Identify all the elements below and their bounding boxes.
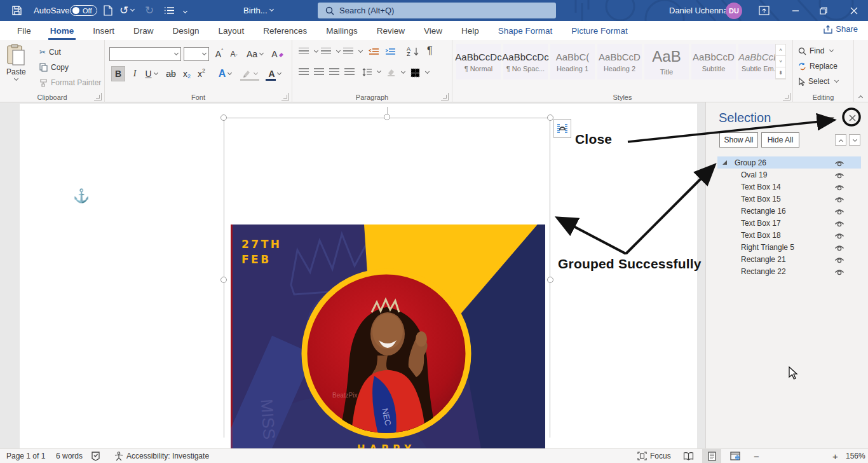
quick-access-more-chevron[interactable] [181, 0, 187, 21]
zoom-out-button[interactable]: − [754, 449, 759, 463]
cut-button[interactable]: ✂Cut [39, 48, 61, 57]
selection-item-text-box-18[interactable]: Text Box 18 [717, 229, 861, 241]
accessibility-status[interactable]: Accessibility: Investigate [114, 449, 209, 463]
tab-review[interactable]: Review [367, 21, 414, 40]
save-icon[interactable] [11, 0, 22, 21]
web-layout-button[interactable] [726, 449, 745, 463]
clipboard-dialog-launcher[interactable] [94, 93, 102, 100]
undo-button[interactable]: ↺ [119, 0, 134, 21]
proofing-icon[interactable] [91, 449, 100, 463]
font-color-button[interactable]: A [264, 66, 285, 81]
selection-handle-mid-right[interactable] [547, 277, 553, 283]
justify-button[interactable] [344, 68, 355, 76]
select-button[interactable]: Select [798, 77, 838, 86]
selection-item-rectangle-22[interactable]: Rectangle 22 [717, 265, 861, 277]
superscript-button[interactable]: x2 [194, 66, 208, 81]
style-normal[interactable]: AaBbCcDc¶ Normal [456, 44, 501, 79]
style-heading-1[interactable]: AaBbC(Heading 1 [550, 44, 595, 79]
visibility-eye-icon[interactable] [834, 171, 844, 181]
minimize-button[interactable] [782, 0, 810, 21]
pane-dropdown-icon[interactable] [828, 117, 834, 121]
pane-close-button[interactable] [846, 112, 858, 123]
shrink-font-button[interactable]: Aˇ [227, 46, 241, 62]
tab-picture-format[interactable]: Picture Format [562, 21, 637, 40]
send-backward-button[interactable] [849, 134, 860, 146]
tab-home[interactable]: Home [41, 21, 84, 40]
subscript-button[interactable]: x2 [180, 66, 194, 81]
layout-options-button[interactable] [553, 119, 571, 138]
shading-button[interactable] [386, 68, 405, 77]
page-indicator[interactable]: Page 1 of 1 [6, 449, 45, 463]
bullets-button[interactable] [299, 48, 318, 55]
tab-file[interactable]: File [8, 21, 41, 40]
paragraph-dialog-launcher[interactable] [441, 93, 449, 100]
selection-item-text-box-15[interactable]: Text Box 15 [717, 193, 861, 205]
selection-item-text-box-14[interactable]: Text Box 14 [717, 181, 861, 193]
style-subtitle[interactable]: AaBbCcDSubtitle [691, 44, 736, 79]
multilevel-list-button[interactable] [343, 48, 362, 55]
gallery-down-icon[interactable]: ˅ [776, 56, 785, 67]
share-button[interactable]: Share [824, 24, 858, 34]
selection-item-group-26[interactable]: Group 26 [717, 156, 861, 169]
align-right-button[interactable] [329, 68, 339, 76]
tab-help[interactable]: Help [452, 21, 489, 40]
change-case-button[interactable]: Aa [244, 46, 266, 62]
font-dialog-launcher[interactable] [281, 93, 289, 100]
selection-item-rectangle-21[interactable]: Rectangle 21 [717, 253, 861, 265]
style-no-spac[interactable]: AaBbCcDc¶ No Spac... [503, 44, 548, 79]
font-name-combo[interactable] [109, 47, 181, 61]
tab-view[interactable]: View [414, 21, 452, 40]
hide-all-button[interactable]: Hide All [761, 132, 799, 148]
styles-dialog-launcher[interactable] [783, 93, 790, 100]
replace-button[interactable]: Replace [798, 62, 837, 71]
underline-button[interactable]: U [142, 66, 161, 81]
copy-button[interactable]: Copy [39, 63, 69, 72]
strikethrough-button[interactable]: ab [163, 66, 179, 81]
expand-triangle-icon[interactable] [722, 160, 727, 165]
selection-handle-mid-left[interactable] [220, 277, 227, 283]
document-title[interactable]: Birth... [243, 0, 273, 21]
birthday-card-group[interactable]: MISS [231, 225, 545, 448]
decrease-indent-button[interactable] [369, 48, 379, 56]
increase-indent-button[interactable] [385, 48, 396, 56]
tab-insert[interactable]: Insert [83, 21, 124, 40]
restore-button[interactable] [810, 0, 837, 21]
italic-button[interactable]: I [129, 66, 140, 81]
gallery-up-icon[interactable]: ˄ [776, 45, 785, 56]
search-input[interactable]: Search (Alt+Q) [318, 3, 556, 18]
style-heading-2[interactable]: AaBbCcDHeading 2 [597, 44, 642, 79]
borders-button[interactable] [410, 68, 429, 78]
tab-mailings[interactable]: Mailings [316, 21, 367, 40]
font-size-combo[interactable] [184, 47, 209, 61]
tab-shape-format[interactable]: Shape Format [489, 21, 562, 40]
visibility-eye-icon[interactable] [834, 268, 844, 277]
visibility-eye-icon[interactable] [834, 219, 844, 229]
style-title[interactable]: AaBTitle [644, 44, 689, 79]
print-layout-button[interactable] [702, 449, 721, 463]
quick-access-list-icon[interactable] [164, 0, 174, 21]
numbering-button[interactable] [321, 48, 340, 55]
align-center-button[interactable] [314, 68, 324, 76]
visibility-eye-icon[interactable] [834, 195, 844, 205]
visibility-eye-icon[interactable] [834, 256, 844, 265]
find-button[interactable]: Find [798, 46, 833, 55]
clear-formatting-button[interactable]: A [269, 46, 286, 62]
word-count[interactable]: 6 words [56, 449, 83, 463]
selection-handle-top-left[interactable] [220, 114, 227, 121]
autosave-toggle[interactable]: Off [70, 0, 97, 21]
selection-item-rectangle-16[interactable]: Rectangle 16 [717, 205, 861, 217]
selection-handle-top-center[interactable] [384, 114, 390, 120]
selection-item-right-triangle-5[interactable]: Right Triangle 5 [717, 241, 861, 253]
zoom-in-button[interactable]: + [832, 449, 838, 463]
read-mode-button[interactable] [679, 449, 698, 463]
sort-button[interactable]: AZ [407, 46, 419, 57]
text-effects-button[interactable]: A [214, 66, 236, 81]
grow-font-button[interactable]: Aˆ [212, 46, 226, 62]
style-gallery-scroll[interactable]: ˄ ˅ ⇟ [775, 44, 786, 79]
selection-item-oval-19[interactable]: Oval 19 [717, 169, 861, 181]
avatar[interactable]: DU [726, 0, 742, 21]
format-painter-button[interactable]: Format Painter [39, 78, 101, 87]
visibility-eye-icon[interactable] [834, 183, 844, 193]
selection-item-text-box-17[interactable]: Text Box 17 [717, 217, 861, 229]
new-document-icon[interactable] [104, 0, 112, 21]
